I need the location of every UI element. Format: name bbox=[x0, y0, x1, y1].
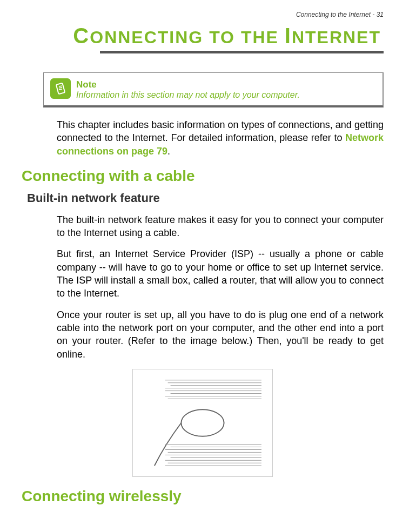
builtin-paragraph-1: The built-in network feature makes it ea… bbox=[57, 213, 384, 240]
section-heading-cable: Connecting with a cable bbox=[22, 167, 384, 185]
intro-text-before: This chapter includes basic information … bbox=[57, 119, 384, 143]
note-label: Note bbox=[76, 79, 300, 90]
title-underline bbox=[100, 51, 384, 53]
page-title: CONNECTING TO THE INTERNET bbox=[22, 24, 384, 48]
svg-line-3 bbox=[59, 89, 62, 90]
title-part-1: ONNECTING TO THE bbox=[90, 28, 279, 47]
note-icon bbox=[50, 78, 71, 99]
svg-line-2 bbox=[59, 87, 62, 88]
intro-text-after: . bbox=[167, 146, 170, 157]
router-connection-image bbox=[132, 369, 273, 477]
svg-line-1 bbox=[59, 86, 62, 86]
subsection-heading-builtin: Built-in network feature bbox=[27, 191, 384, 205]
page-running-head: Connecting to the Internet - 31 bbox=[22, 11, 384, 18]
intro-paragraph: This chapter includes basic information … bbox=[57, 118, 384, 158]
title-cap-2: I bbox=[285, 24, 292, 48]
builtin-paragraph-2: But first, an Internet Service Provider … bbox=[57, 247, 384, 300]
svg-point-12 bbox=[181, 409, 224, 436]
title-part-2: NTERNET bbox=[292, 28, 381, 47]
note-box: Note Information in this section may not… bbox=[43, 72, 384, 107]
section-heading-wireless: Connecting wirelessly bbox=[22, 488, 384, 505]
note-text: Information in this section may not appl… bbox=[76, 90, 300, 99]
builtin-paragraph-3: Once your router is set up, all you have… bbox=[57, 308, 384, 361]
svg-rect-0 bbox=[56, 83, 65, 94]
title-cap-1: C bbox=[73, 24, 90, 48]
